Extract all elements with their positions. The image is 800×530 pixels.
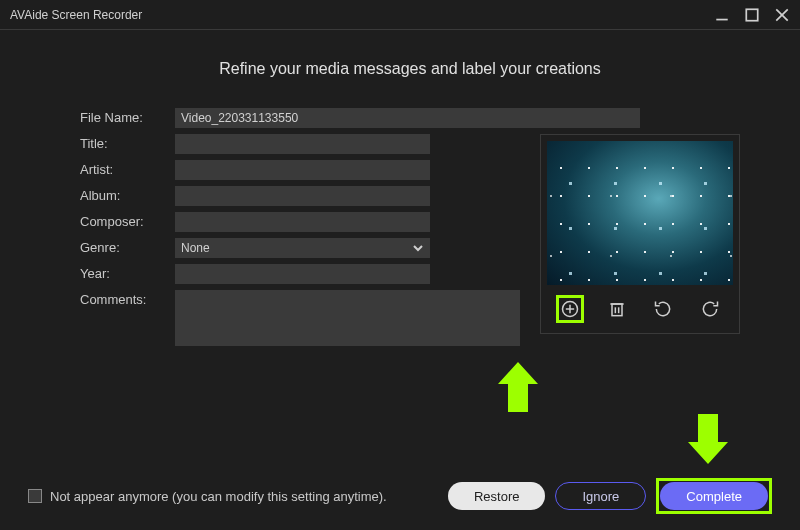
- main-content: Refine your media messages and label you…: [0, 30, 800, 352]
- add-thumbnail-button[interactable]: [556, 295, 584, 323]
- rotate-left-button[interactable]: [649, 295, 677, 323]
- title-label: Title:: [80, 134, 175, 151]
- comments-label: Comments:: [80, 290, 175, 307]
- album-label: Album:: [80, 186, 175, 203]
- file-name-label: File Name:: [80, 108, 175, 125]
- file-name-row: File Name:: [80, 108, 740, 128]
- not-appear-label: Not appear anymore (you can modify this …: [50, 489, 387, 504]
- artist-label: Artist:: [80, 160, 175, 177]
- complete-button[interactable]: Complete: [660, 482, 768, 510]
- rotate-right-button[interactable]: [696, 295, 724, 323]
- artist-input[interactable]: [175, 160, 430, 180]
- svg-rect-1: [746, 9, 757, 20]
- composer-label: Composer:: [80, 212, 175, 229]
- minimize-button[interactable]: [714, 7, 730, 23]
- restore-button[interactable]: Restore: [448, 482, 546, 510]
- comments-input[interactable]: [175, 290, 520, 346]
- composer-input[interactable]: [175, 212, 430, 232]
- genre-select[interactable]: None: [175, 238, 430, 258]
- video-thumbnail: [547, 141, 733, 285]
- footer: Not appear anymore (you can modify this …: [0, 478, 800, 514]
- metadata-form: Title: Artist: Album: Composer: Genre: N…: [80, 134, 520, 352]
- not-appear-checkbox[interactable]: [28, 489, 42, 503]
- year-label: Year:: [80, 264, 175, 281]
- delete-thumbnail-button[interactable]: [603, 295, 631, 323]
- ignore-button[interactable]: Ignore: [555, 482, 646, 510]
- svg-rect-7: [612, 304, 622, 316]
- year-input[interactable]: [175, 264, 430, 284]
- chevron-down-icon: [412, 242, 424, 254]
- thumbnail-panel: [540, 134, 740, 334]
- complete-highlight: Complete: [656, 478, 772, 514]
- thumbnail-toolbar: [547, 291, 733, 327]
- close-button[interactable]: [774, 7, 790, 23]
- annotation-arrow-add: [498, 362, 538, 412]
- album-input[interactable]: [175, 186, 430, 206]
- file-name-input[interactable]: [175, 108, 640, 128]
- title-input[interactable]: [175, 134, 430, 154]
- not-appear-checkbox-wrap: Not appear anymore (you can modify this …: [28, 489, 438, 504]
- genre-label: Genre:: [80, 238, 175, 255]
- page-heading: Refine your media messages and label you…: [80, 60, 740, 78]
- window-controls: [714, 7, 790, 23]
- titlebar: AVAide Screen Recorder: [0, 0, 800, 30]
- app-title: AVAide Screen Recorder: [10, 8, 142, 22]
- maximize-button[interactable]: [744, 7, 760, 23]
- annotation-arrow-complete: [688, 414, 728, 464]
- genre-value: None: [181, 241, 210, 255]
